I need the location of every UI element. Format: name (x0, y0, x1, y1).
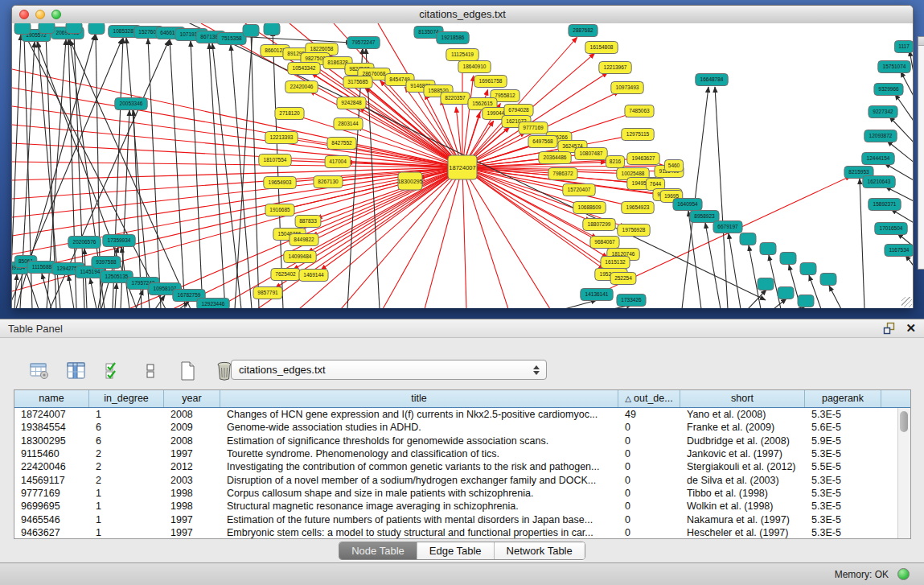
graph-node[interactable]: 1117 (894, 41, 913, 53)
column-header-in_degree[interactable]: in_degree (89, 390, 164, 407)
table-row[interactable]: 977716911998Corpus callosum shape and si… (14, 487, 910, 500)
column-header-pagerank[interactable]: pagerank (805, 390, 881, 407)
graph-node[interactable]: 9397588 (92, 257, 121, 269)
tab-network-table[interactable]: Network Table (494, 542, 585, 559)
graph-node[interactable]: 7986372 (548, 168, 577, 180)
graph-node[interactable] (243, 25, 259, 37)
table-row[interactable]: 1938455462009Genome-wide association stu… (14, 421, 910, 434)
table-row[interactable]: 1456911722003Disruption of a novel membe… (14, 473, 910, 486)
graph-node[interactable]: 19463627 (627, 153, 659, 165)
graph-node[interactable]: 16154808 (585, 42, 618, 54)
zoom-window-button[interactable] (51, 10, 61, 19)
graph-node[interactable]: 8958923 (690, 211, 719, 223)
graph-node[interactable]: 1640954 (673, 199, 702, 211)
graph-node[interactable]: 8427552 (327, 138, 356, 150)
graph-node[interactable] (66, 23, 82, 34)
graph-node[interactable]: 18107554 (259, 154, 291, 167)
graph-node[interactable]: 22420046 (285, 81, 318, 93)
graph-node[interactable]: 12975115 (622, 129, 654, 141)
column-header-name[interactable]: name (14, 390, 89, 407)
graph-node[interactable]: 20206576 (68, 237, 101, 249)
minimize-window-button[interactable] (35, 10, 45, 19)
graph-node[interactable]: 16210643 (863, 176, 895, 188)
tab-node-table[interactable]: Node Table (339, 542, 417, 559)
column-header-short[interactable]: short (680, 390, 805, 407)
graph-node[interactable]: 1916685 (265, 204, 294, 216)
tab-edge-table[interactable]: Edge Table (417, 542, 494, 559)
scrollbar-thumb[interactable] (900, 411, 908, 432)
graph-node[interactable]: 3175685 (343, 76, 372, 89)
graph-node[interactable]: 1733426 (617, 295, 646, 307)
graph-node[interactable]: 12213967 (599, 62, 631, 74)
graph-node[interactable]: 2803144 (334, 118, 363, 130)
graph-node[interactable] (800, 263, 816, 275)
graph-node[interactable]: 2887682 (569, 25, 598, 37)
graph-node[interactable]: 5460 (664, 160, 683, 172)
graph-node[interactable]: 18640910 (458, 61, 491, 73)
graph-node[interactable]: 6497568 (528, 136, 557, 148)
graph-node[interactable]: 19654903 (264, 177, 296, 189)
graph-node[interactable]: 16648784 (696, 74, 728, 86)
graph-node[interactable]: 12213393 (265, 132, 298, 144)
graph-node[interactable]: 417004 (325, 156, 351, 168)
row-height-icon[interactable] (140, 360, 161, 381)
graph-node[interactable] (39, 23, 55, 34)
table-row[interactable]: 911546021997Tourette syndrome. Phenomeno… (14, 447, 910, 460)
table-selector-dropdown[interactable]: citations_edges.txt (231, 360, 547, 380)
graph-node[interactable]: 10688609 (573, 202, 606, 214)
graph-node[interactable]: 14099484 (284, 251, 316, 263)
graph-node[interactable]: 1469144 (299, 270, 328, 282)
graph-node[interactable]: 6794028 (504, 105, 533, 117)
graph-node[interactable]: 10543342 (288, 63, 320, 75)
network-graph-canvas[interactable]: 1872400718300295866012389129541822605898… (12, 23, 913, 308)
graph-node[interactable]: 9242848 (337, 97, 366, 109)
graph-node[interactable] (778, 287, 794, 299)
graph-node[interactable] (88, 23, 105, 35)
graph-node[interactable]: 19654923 (622, 202, 654, 214)
network-view-window[interactable]: citations_edges.txt 18724007183002958660… (11, 5, 914, 308)
graph-node[interactable] (740, 233, 756, 245)
graph-node[interactable]: 15720407 (563, 184, 595, 196)
graph-node[interactable]: 18807299 (583, 219, 615, 231)
memory-status-indicator[interactable] (897, 568, 910, 580)
close-panel-icon[interactable]: ✕ (906, 322, 916, 335)
graph-node[interactable]: 10973493 (611, 82, 643, 94)
graph-node[interactable]: 8267130 (314, 176, 343, 188)
graph-node[interactable]: 15751074 (878, 61, 910, 73)
graph-node[interactable]: 18724007 (448, 155, 477, 179)
new-document-icon[interactable] (177, 360, 198, 381)
graph-node[interactable]: 19756928 (618, 225, 650, 237)
graph-node[interactable]: 1615132 (601, 257, 630, 269)
graph-node[interactable]: 9857791 (253, 287, 282, 299)
graph-node[interactable] (820, 274, 836, 286)
graph-node[interactable]: 14136141 (581, 289, 613, 301)
show-columns-icon[interactable] (66, 360, 87, 381)
graph-node[interactable]: 12093872 (864, 130, 897, 142)
graph-node[interactable] (760, 243, 776, 255)
graph-node[interactable]: 887833 (295, 216, 321, 228)
graph-node[interactable]: 9684067 (590, 237, 619, 249)
graph-node[interactable]: 9227342 (869, 106, 897, 118)
graph-node[interactable]: 16961758 (474, 76, 507, 88)
select-columns-icon[interactable] (103, 360, 124, 381)
window-resize-handle[interactable] (901, 297, 912, 307)
graph-node[interactable]: 8216 (606, 156, 624, 168)
graph-node[interactable]: 18300295 (397, 172, 422, 190)
table-row[interactable]: 2242004622012Investigating the contribut… (14, 460, 910, 473)
graph-node[interactable]: 17359934 (103, 235, 135, 247)
graph-node[interactable]: 20053346 (115, 98, 147, 110)
graph-node[interactable]: 8220357 (441, 93, 470, 105)
graph-node[interactable]: 252254 (610, 273, 636, 285)
graph-node[interactable]: 20364486 (539, 152, 571, 164)
graph-node[interactable]: 6679197 (713, 221, 742, 233)
graph-node[interactable]: 17016504 (875, 223, 907, 235)
table-row[interactable]: 946554611997Estimation of the future num… (14, 513, 910, 525)
graph-node[interactable]: 9777169 (519, 122, 548, 134)
table-row[interactable]: 1872400712008Changes of HCN gene express… (14, 408, 910, 421)
graph-node[interactable]: 1167534 (885, 245, 913, 257)
window-titlebar[interactable]: citations_edges.txt (12, 6, 913, 24)
table-row[interactable]: 946362711997Embryonic stem cells: a mode… (14, 526, 910, 539)
graph-node[interactable] (264, 23, 280, 35)
float-panel-icon[interactable] (883, 322, 896, 335)
node-attribute-table[interactable]: namein_degreeyeartitle△out_de...shortpag… (14, 389, 911, 539)
